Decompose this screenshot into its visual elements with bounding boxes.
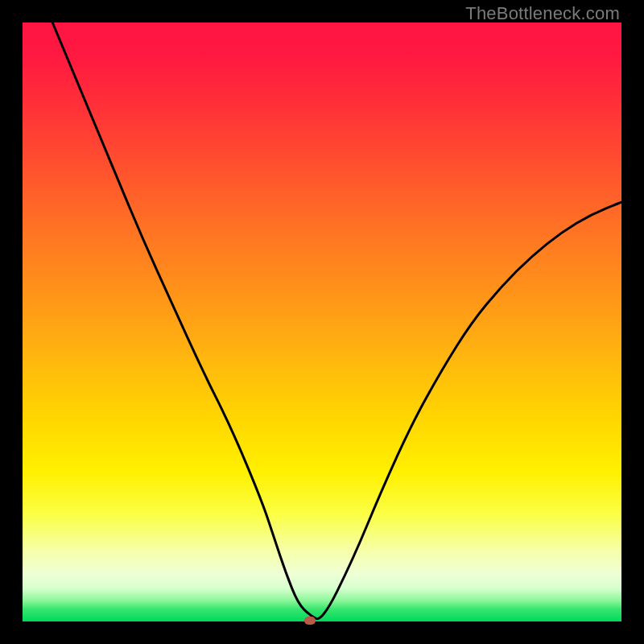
- minimum-marker: [304, 617, 316, 625]
- watermark-text: TheBottleneck.com: [465, 3, 620, 24]
- plot-area: [23, 23, 621, 621]
- chart-frame: TheBottleneck.com: [0, 0, 644, 644]
- bottleneck-curve: [23, 23, 621, 621]
